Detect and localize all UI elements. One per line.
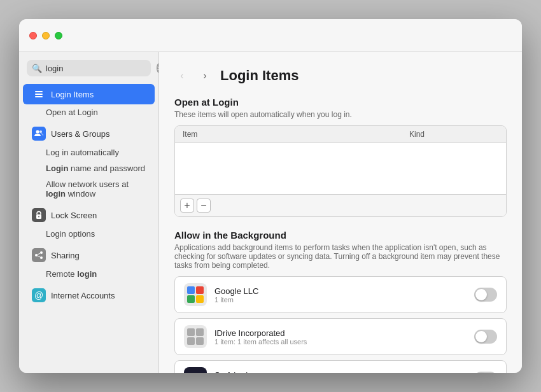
open-at-login-section: Open at Login These items will open auto… [174,97,507,217]
surfshark-text: Surfshark 1 item [214,370,467,374]
col-item-header: Item [183,130,409,139]
surfshark-name: Surfshark [214,370,467,374]
internet-accounts-icon: @ [32,288,46,302]
lock-screen-icon [32,208,46,222]
sidebar-section-internet-accounts: @ Internet Accounts [19,284,158,306]
forward-icon: › [203,70,206,81]
main-window: 🔍 ✕ Login Items Open [19,19,522,373]
sidebar-item-lock-screen[interactable]: Lock Screen [23,204,155,226]
svg-point-6 [38,216,39,218]
svg-line-11 [38,256,40,257]
sidebar-item-login-options[interactable]: Login options [23,226,155,242]
sidebar-section-lock-screen: Lock Screen Login options [19,204,158,242]
sidebar-item-open-at-login[interactable]: Open at Login [23,104,155,120]
svg-point-7 [35,254,38,256]
svg-point-9 [40,256,43,259]
allow-background-title: Allow in the Background [174,230,507,241]
open-at-login-desc: These items will open automatically when… [174,110,507,119]
open-at-login-table: Item Kind + − [174,125,507,217]
bg-item-idrive: IDrive Incorporated 1 item: 1 item affec… [174,318,507,355]
idrive-sub: 1 item: 1 item affects all users [214,338,467,346]
lock-screen-label: Lock Screen [51,211,97,220]
sidebar-section-login-items: Login Items Open at Login [19,84,158,120]
table-header: Item Kind [175,126,506,143]
login-options-label: Login options [46,229,95,239]
svg-point-3 [36,130,39,134]
table-footer: + − [175,194,506,216]
close-button[interactable] [29,32,37,39]
allow-network-label: Allow network users at login window [46,179,146,199]
search-icon: 🔍 [32,64,42,73]
google-sub: 1 item [214,296,467,304]
sidebar-item-login-items[interactable]: Login Items [23,84,155,104]
open-at-login-title: Open at Login [174,97,507,108]
google-icon [184,283,207,306]
idrive-name: IDrive Incorporated [214,328,467,338]
idrive-toggle[interactable] [474,330,497,344]
svg-line-10 [38,253,40,255]
remote-login-label: Remote login [46,269,97,279]
content-area: 🔍 ✕ Login Items Open [19,52,522,373]
remove-item-button[interactable]: − [197,199,211,213]
back-icon: ‹ [180,70,183,81]
search-input[interactable] [46,64,153,73]
sidebar-item-internet-accounts[interactable]: @ Internet Accounts [23,284,155,306]
sidebar-item-allow-network-users[interactable]: Allow network users at login window [23,176,155,202]
page-title: Login Items [220,67,299,84]
idrive-text: IDrive Incorporated 1 item: 1 item affec… [214,328,467,346]
sidebar-item-sharing[interactable]: Sharing [23,244,155,266]
sidebar-item-remote-login[interactable]: Remote login [23,266,155,282]
users-groups-label: Users & Groups [51,129,109,139]
sidebar-section-sharing: Sharing Remote login [19,244,158,282]
idrive-grid-icon [184,325,207,348]
bg-item-google: Google LLC 1 item [174,276,507,313]
maximize-button[interactable] [55,32,62,39]
allow-background-desc: Applications add background items to per… [174,243,507,270]
sidebar-section-users-groups: Users & Groups Log in automatically Logi… [19,123,158,202]
google-name: Google LLC [214,286,467,296]
main-content: ‹ › Login Items Open at Login These item… [159,52,522,373]
bg-item-surfshark: Surfshark 1 item [174,360,507,373]
sidebar-item-login-name-password[interactable]: Login name and password [23,160,155,176]
traffic-lights [29,32,62,39]
svg-rect-2 [35,96,43,97]
page-header: ‹ › Login Items [174,67,507,84]
login-items-icon [32,87,46,101]
add-item-button[interactable]: + [180,199,194,213]
sidebar: 🔍 ✕ Login Items Open [19,52,159,373]
col-kind-header: Kind [409,130,498,139]
internet-accounts-label: Internet Accounts [51,291,115,300]
svg-point-4 [39,130,42,133]
minimize-button[interactable] [42,32,50,39]
sharing-label: Sharing [51,251,80,260]
google-toggle[interactable] [474,288,497,302]
sidebar-item-login-items-label: Login Items [51,90,94,99]
google-text: Google LLC 1 item [214,286,467,304]
table-body [175,143,506,194]
svg-rect-0 [35,91,43,92]
sidebar-item-log-in-automatically[interactable]: Log in automatically [23,144,155,160]
open-at-login-label: Open at Login [46,108,98,117]
svg-point-8 [40,251,43,254]
search-bar[interactable]: 🔍 ✕ [27,60,151,76]
forward-button[interactable]: › [197,68,213,83]
users-groups-icon [32,127,46,141]
svg-rect-1 [35,94,43,95]
allow-background-section: Allow in the Background Applications add… [174,230,507,373]
titlebar [19,19,522,52]
login-name-password-label: Login name and password [46,164,145,173]
log-in-auto-label: Log in automatically [46,148,119,157]
surfshark-toggle[interactable] [474,372,497,373]
surfshark-icon [184,367,207,373]
idrive-icon [184,325,207,348]
back-button[interactable]: ‹ [174,68,190,83]
sharing-icon [32,248,46,262]
google-grid-icon [184,283,207,306]
login-highlight: Login [46,164,68,173]
sidebar-item-users-groups[interactable]: Users & Groups [23,123,155,144]
